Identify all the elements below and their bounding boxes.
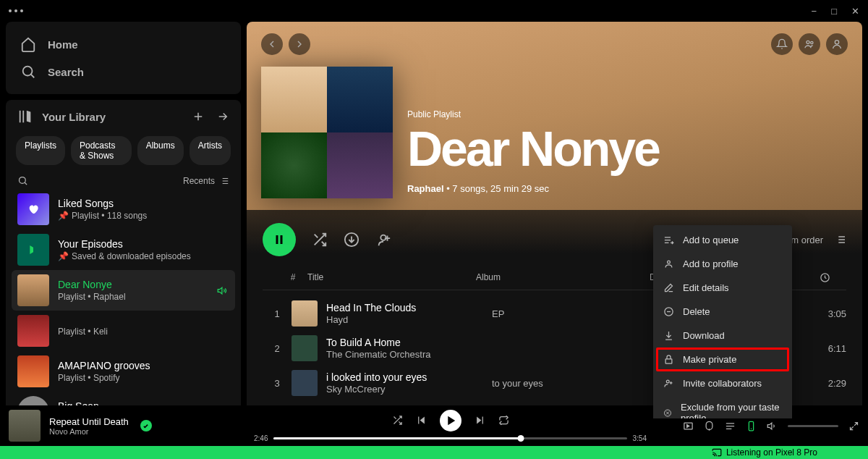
download-icon bbox=[663, 330, 674, 341]
svg-point-16 bbox=[666, 380, 669, 383]
close-button[interactable]: ✕ bbox=[851, 6, 859, 17]
total-time: 3:54 bbox=[633, 434, 647, 442]
filter-chips: Playlists Podcasts & Shows Albums Artist… bbox=[6, 133, 241, 172]
library-toggle[interactable]: Your Library bbox=[17, 109, 106, 125]
menu-queue[interactable]: Add to queue bbox=[656, 228, 789, 252]
svg-point-0 bbox=[23, 67, 33, 76]
maximize-button[interactable]: □ bbox=[831, 6, 837, 17]
svg-rect-15 bbox=[665, 359, 672, 363]
arrow-right-icon[interactable] bbox=[216, 110, 229, 123]
menu-delete[interactable]: Delete bbox=[656, 300, 789, 324]
library-item[interactable]: Dear NonyePlaylist • Raphael bbox=[12, 270, 235, 311]
elapsed-time: 2:46 bbox=[254, 434, 268, 442]
library-item[interactable]: AMAPIANO groovesPlaylist • Spotify bbox=[12, 351, 235, 392]
bell-icon bbox=[776, 38, 788, 50]
list-view-icon[interactable] bbox=[835, 234, 846, 245]
sort-recents[interactable]: Recents bbox=[183, 176, 229, 186]
nav-section: Home Search bbox=[6, 22, 241, 94]
volume-icon[interactable] bbox=[767, 421, 778, 431]
connect-device-icon[interactable] bbox=[746, 421, 757, 431]
minimize-button[interactable]: − bbox=[812, 6, 817, 17]
now-playing-view-icon[interactable] bbox=[683, 421, 694, 431]
library-item[interactable]: Liked Songs📌Playlist • 118 songs bbox=[12, 189, 235, 230]
liked-check-icon[interactable] bbox=[140, 420, 152, 431]
chip-artists[interactable]: Artists bbox=[190, 136, 231, 165]
lock-icon bbox=[663, 354, 674, 365]
search-library-icon[interactable] bbox=[17, 175, 28, 186]
now-playing-title[interactable]: Repeat Until Death bbox=[49, 416, 129, 427]
library-section: Your Library Playlists Podcasts & Shows … bbox=[6, 100, 241, 418]
menu-lock[interactable]: Make private bbox=[656, 348, 789, 371]
queue-icon bbox=[663, 235, 674, 245]
chip-albums[interactable]: Albums bbox=[137, 136, 184, 165]
library-item[interactable]: Playlist • Keli bbox=[12, 311, 235, 351]
playlist-type: Public Playlist bbox=[407, 109, 659, 119]
queue-icon[interactable] bbox=[725, 421, 736, 431]
svg-rect-2 bbox=[22, 111, 24, 123]
delete-icon bbox=[663, 306, 674, 317]
svg-point-4 bbox=[807, 41, 809, 43]
menu-edit[interactable]: Edit details bbox=[656, 276, 789, 300]
repeat-icon[interactable] bbox=[498, 415, 509, 426]
nav-home[interactable]: Home bbox=[17, 30, 229, 58]
menu-exclude[interactable]: Exclude from your taste profile bbox=[656, 395, 789, 418]
chevron-right-icon bbox=[294, 38, 305, 50]
clock-icon bbox=[820, 272, 830, 283]
chip-podcasts[interactable]: Podcasts & Shows bbox=[71, 136, 132, 165]
library-icon bbox=[17, 109, 33, 125]
now-playing-artist[interactable]: Novo Amor bbox=[49, 427, 129, 436]
playlist-meta: Raphael • 7 songs, 25 min 29 sec bbox=[407, 183, 659, 194]
playlist-cover[interactable] bbox=[261, 67, 393, 198]
list-icon bbox=[219, 176, 229, 186]
volume-slider[interactable] bbox=[788, 425, 838, 427]
download-icon[interactable] bbox=[344, 232, 359, 248]
invite-icon[interactable] bbox=[375, 232, 391, 248]
shuffle-icon[interactable] bbox=[312, 232, 328, 248]
friends-button[interactable] bbox=[799, 33, 820, 55]
playlist-title: Dear Nonye bbox=[407, 124, 659, 173]
svg-rect-8 bbox=[281, 235, 283, 244]
svg-point-6 bbox=[835, 41, 838, 44]
exclude-icon bbox=[663, 408, 672, 418]
device-bar[interactable]: Listening on Pixel 8 Pro bbox=[0, 446, 868, 459]
window-titlebar: − □ ✕ bbox=[0, 0, 868, 22]
edit-icon bbox=[663, 282, 674, 293]
library-item[interactable]: Your Episodes📌Saved & downloaded episode… bbox=[12, 230, 235, 270]
now-playing-cover[interactable] bbox=[9, 410, 41, 442]
profile-button[interactable] bbox=[826, 33, 848, 55]
people-icon bbox=[804, 38, 815, 50]
play-icon[interactable] bbox=[440, 410, 461, 431]
nav-search[interactable]: Search bbox=[17, 58, 229, 85]
menu-download[interactable]: Download bbox=[656, 324, 789, 348]
col-title: Title bbox=[307, 272, 476, 285]
lyrics-icon[interactable] bbox=[704, 421, 715, 431]
prev-track-icon[interactable] bbox=[416, 415, 427, 426]
play-button[interactable] bbox=[263, 223, 296, 256]
home-icon bbox=[20, 36, 36, 52]
col-num: # bbox=[278, 272, 307, 285]
fullscreen-icon[interactable] bbox=[848, 421, 859, 431]
menu-invite[interactable]: Invite collaborators bbox=[656, 371, 789, 395]
menu-profile[interactable]: Add to profile bbox=[656, 252, 789, 276]
nav-search-label: Search bbox=[48, 66, 84, 78]
forward-button[interactable] bbox=[289, 33, 310, 55]
context-menu: Add to queue Add to profile Edit details… bbox=[653, 225, 792, 418]
pause-icon bbox=[273, 233, 286, 246]
col-album: Album bbox=[476, 272, 650, 285]
add-icon[interactable] bbox=[192, 110, 205, 123]
notifications-button[interactable] bbox=[771, 33, 793, 55]
chip-playlists[interactable]: Playlists bbox=[16, 136, 65, 165]
progress-bar[interactable] bbox=[273, 437, 626, 439]
main-content: Public Playlist Dear Nonye Raphael • 7 s… bbox=[247, 22, 862, 418]
back-button[interactable] bbox=[261, 33, 283, 55]
col-duration bbox=[787, 272, 830, 285]
next-track-icon[interactable] bbox=[475, 415, 485, 426]
library-title: Your Library bbox=[42, 111, 106, 123]
invite-icon bbox=[663, 378, 674, 389]
shuffle-icon[interactable] bbox=[392, 415, 403, 426]
profile-icon bbox=[663, 258, 674, 269]
cast-icon bbox=[712, 447, 722, 458]
svg-rect-1 bbox=[20, 111, 21, 123]
menu-dots[interactable] bbox=[9, 9, 23, 12]
speaker-icon bbox=[217, 285, 228, 296]
